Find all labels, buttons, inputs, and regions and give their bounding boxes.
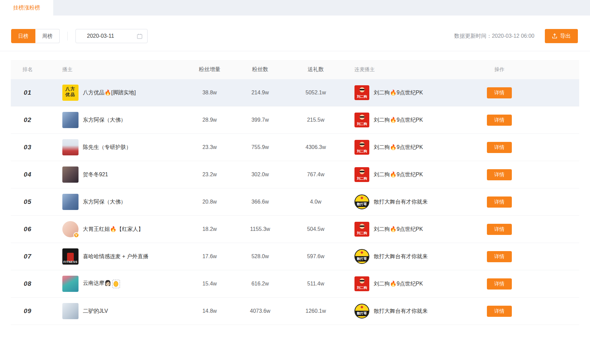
streamer-avatar bbox=[62, 112, 79, 128]
linked-streamer-cell: 刘二狗刘二狗🔥9点世纪PK bbox=[344, 113, 476, 127]
linked-streamer-cell: 刘二狗刘二狗🔥9点世纪PK bbox=[344, 276, 476, 291]
update-time: 数据更新时间：2020-03-12 06:00 bbox=[454, 33, 534, 40]
gifts-value: 5052.1w bbox=[287, 90, 344, 96]
fans-total-value: 755.9w bbox=[233, 144, 287, 150]
crown-icon bbox=[355, 305, 369, 309]
header-fans-increase: 粉丝增量 bbox=[186, 66, 233, 73]
detail-button[interactable]: 详情 bbox=[487, 142, 512, 153]
fans-total-value: 366.6w bbox=[233, 199, 287, 205]
avatar-text: 八方优品 bbox=[65, 86, 76, 98]
streamer-avatar: FITNESS bbox=[62, 248, 79, 265]
linked-streamer-avatar: 散打哥 bbox=[354, 304, 369, 318]
tab-ranking[interactable]: 挂榜涨粉榜 bbox=[0, 0, 53, 16]
streamer-name: 二驴的JLV bbox=[83, 308, 108, 315]
linked-streamer-name: 刘二狗🔥9点世纪PK bbox=[374, 280, 423, 287]
header-streamer: 播主 bbox=[44, 66, 186, 73]
action-cell: 详情 bbox=[476, 251, 523, 262]
detail-button[interactable]: 详情 bbox=[487, 196, 512, 208]
linked-streamer-cell: 散打哥散打大舞台有才你就来 bbox=[344, 249, 476, 264]
gifts-value: 767.4w bbox=[287, 172, 344, 178]
export-button[interactable]: 导出 bbox=[545, 29, 578, 43]
linked-streamer-avatar: 散打哥 bbox=[354, 194, 369, 209]
upload-icon bbox=[552, 33, 557, 39]
linked-streamer-name: 刘二狗🔥9点世纪PK bbox=[374, 226, 423, 233]
streamer-name: 贺冬冬921 bbox=[83, 171, 108, 178]
gifts-value: 504.5w bbox=[287, 226, 344, 232]
detail-button[interactable]: 详情 bbox=[487, 224, 512, 235]
avatar-caption: 刘二狗 bbox=[354, 176, 369, 181]
fans-increase-value: 18.2w bbox=[186, 226, 233, 232]
table-row[interactable]: 09二驴的JLV14.8w4073.6w1260.1w散打哥散打大舞台有才你就来… bbox=[11, 298, 579, 325]
table-body: 01八方优品八方优品🔥[脚踏实地]38.8w214.9w5052.1w刘二狗刘二… bbox=[11, 79, 579, 325]
calendar-icon bbox=[137, 33, 143, 39]
linked-streamer-name: 刘二狗🔥9点世纪PK bbox=[374, 117, 423, 124]
avatar-caption: 刘二狗 bbox=[354, 149, 369, 154]
header-gifts: 送礼数 bbox=[287, 66, 344, 73]
streamer-name: 东方阿保（大佛） bbox=[83, 199, 126, 206]
streamer-cell: 八方优品八方优品🔥[脚踏实地] bbox=[44, 85, 186, 101]
update-time-value: 2020-03-12 06:00 bbox=[492, 33, 534, 39]
table-header: 排名 播主 粉丝增量 粉丝数 送礼数 连麦播主 操作 bbox=[11, 60, 579, 79]
export-label: 导出 bbox=[560, 33, 571, 40]
header-linked-streamer: 连麦播主 bbox=[344, 66, 476, 73]
date-picker[interactable]: 2020-03-11 bbox=[75, 29, 148, 43]
linked-streamer-avatar: 刘二狗 bbox=[354, 85, 369, 100]
table-row[interactable]: 04贺冬冬92123.2w302.0w767.4w刘二狗刘二狗🔥9点世纪PK详情 bbox=[11, 161, 579, 188]
avatar-caption: 刘二狗 bbox=[354, 231, 369, 236]
table-row[interactable]: 06V大胃王红姐🔥【红家人】18.2w1155.3w504.5w刘二狗刘二狗🔥9… bbox=[11, 216, 579, 243]
table-row[interactable]: 08云南达摩👩🏻15.4w616.2w511.4w刘二狗刘二狗🔥9点世纪PK详情 bbox=[11, 270, 579, 298]
linked-streamer-name: 刘二狗🔥9点世纪PK bbox=[374, 89, 423, 96]
fans-increase-value: 23.3w bbox=[186, 144, 233, 150]
gifts-value: 511.4w bbox=[287, 281, 344, 287]
gifts-value: 1260.1w bbox=[287, 308, 344, 314]
weekly-rank-button[interactable]: 周榜 bbox=[35, 29, 60, 43]
streamer-avatar bbox=[62, 276, 79, 292]
streamer-name: 喜哈哈情感连麦 + 户外直播 bbox=[83, 253, 148, 260]
action-cell: 详情 bbox=[476, 278, 523, 290]
header-fans-total: 粉丝数 bbox=[233, 66, 287, 73]
fans-increase-value: 15.4w bbox=[186, 281, 233, 287]
streamer-cell: 云南达摩👩🏻 bbox=[44, 276, 186, 292]
section-divider bbox=[0, 51, 590, 51]
streamer-name: 云南达摩👩🏻 bbox=[83, 280, 120, 288]
linked-streamer-avatar: 散打哥 bbox=[354, 249, 369, 264]
detail-button[interactable]: 详情 bbox=[487, 115, 512, 126]
gifts-value: 4.0w bbox=[287, 199, 344, 205]
detail-button[interactable]: 详情 bbox=[487, 87, 512, 98]
table-row[interactable]: 07FITNESS喜哈哈情感连麦 + 户外直播17.6w528.0w597.6w… bbox=[11, 243, 579, 270]
unknown-emoji-placeholder bbox=[112, 280, 120, 288]
crown-icon bbox=[355, 196, 369, 200]
table-row[interactable]: 03陈先生（专研护肤）23.3w755.9w4306.3w刘二狗刘二狗🔥9点世纪… bbox=[11, 134, 579, 161]
detail-button[interactable]: 详情 bbox=[487, 278, 512, 290]
fans-total-value: 528.0w bbox=[233, 253, 287, 260]
header-rank: 排名 bbox=[11, 66, 44, 73]
gifts-value: 597.6w bbox=[287, 253, 344, 260]
action-cell: 详情 bbox=[476, 115, 523, 126]
linked-streamer-cell: 刘二狗刘二狗🔥9点世纪PK bbox=[344, 140, 476, 155]
detail-button[interactable]: 详情 bbox=[487, 306, 512, 317]
detail-button[interactable]: 详情 bbox=[487, 251, 512, 262]
detail-button[interactable]: 详情 bbox=[487, 169, 512, 180]
streamer-avatar bbox=[62, 139, 79, 155]
fans-total-value: 214.9w bbox=[233, 90, 287, 96]
action-cell: 详情 bbox=[476, 196, 523, 208]
linked-streamer-name: 刘二狗🔥9点世纪PK bbox=[374, 171, 423, 178]
table-row[interactable]: 01八方优品八方优品🔥[脚踏实地]38.8w214.9w5052.1w刘二狗刘二… bbox=[11, 79, 579, 107]
rank-number: 07 bbox=[11, 253, 44, 260]
cartoon-face-icon bbox=[360, 115, 365, 120]
linked-streamer-avatar: 刘二狗 bbox=[354, 140, 369, 155]
toolbar-divider bbox=[67, 32, 68, 40]
avatar-caption: 刘二狗 bbox=[354, 122, 369, 126]
update-time-label: 数据更新时间： bbox=[454, 33, 492, 39]
fans-increase-value: 28.9w bbox=[186, 117, 233, 123]
fans-total-value: 1155.3w bbox=[233, 226, 287, 232]
cartoon-face-icon bbox=[360, 169, 365, 174]
cartoon-face-icon bbox=[360, 87, 365, 92]
emoji-oval bbox=[114, 281, 118, 287]
streamer-cell: FITNESS喜哈哈情感连麦 + 户外直播 bbox=[44, 248, 186, 265]
table-row[interactable]: 05东方阿保（大佛）20.8w366.6w4.0w散打哥散打大舞台有才你就来详情 bbox=[11, 188, 579, 216]
table-row[interactable]: 02东方阿保（大佛）28.9w399.7w215.5w刘二狗刘二狗🔥9点世纪PK… bbox=[11, 107, 579, 134]
daily-rank-button[interactable]: 日榜 bbox=[11, 29, 35, 43]
rank-number: 06 bbox=[11, 225, 44, 233]
fans-increase-value: 23.2w bbox=[186, 172, 233, 178]
